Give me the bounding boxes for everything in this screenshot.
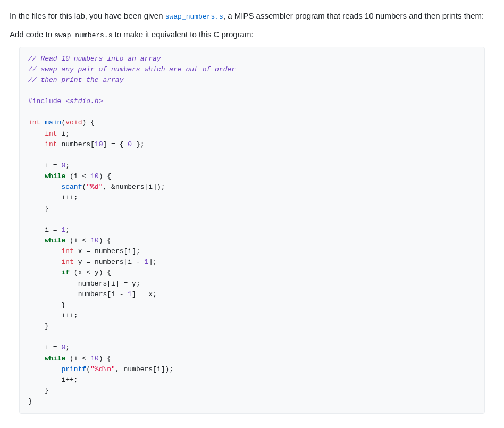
code-op: - <box>136 258 140 266</box>
code-op: = <box>111 140 115 148</box>
code-punct: ; <box>74 194 78 202</box>
code-op: = <box>53 226 57 234</box>
code-punct: ) <box>99 268 103 276</box>
code-ident: numbers <box>123 365 153 373</box>
code-type: void <box>65 119 82 127</box>
code-punct: ; <box>65 226 70 234</box>
code-punct: ] <box>161 365 165 373</box>
code-punct: [ <box>153 365 157 373</box>
code-ident: x <box>78 268 82 276</box>
code-fn-main: main <box>45 119 61 127</box>
code-punct: ; <box>65 162 70 170</box>
code-punct: ; <box>153 290 157 298</box>
code-op: = <box>53 162 57 170</box>
code-op: = <box>140 290 145 298</box>
code-op: = <box>123 280 128 288</box>
code-punct: ] <box>132 247 136 255</box>
code-ident: x <box>78 247 82 255</box>
intro-text: , a MIPS assembler program that reads 10… <box>223 11 484 20</box>
code-punct: { <box>107 355 111 363</box>
code-punct: { <box>107 268 111 276</box>
code-ident: x <box>148 290 153 298</box>
intro-paragraph-2: Add code to swap_numbers.s to make it eq… <box>10 28 494 41</box>
code-ident: i <box>111 290 115 298</box>
code-punct: ( <box>70 237 74 245</box>
code-punct: ] <box>132 290 136 298</box>
code-punct: ; <box>161 183 165 191</box>
code-number: 1 <box>128 290 132 298</box>
code-ident: numbers <box>61 140 90 148</box>
code-punct: ; <box>153 258 157 266</box>
code-ident: y <box>132 280 136 288</box>
code-keyword: if <box>61 268 70 276</box>
code-keyword: while <box>45 355 65 363</box>
code-op: < <box>82 237 86 245</box>
code-op: < <box>86 268 90 276</box>
code-punct: ) <box>99 172 103 180</box>
code-number: 10 <box>90 237 99 245</box>
code-punct: { <box>107 172 111 180</box>
code-ident: i <box>74 355 78 363</box>
code-ident: i <box>128 258 132 266</box>
code-op: ++ <box>65 312 74 320</box>
code-string: "%d\n" <box>90 365 115 373</box>
code-punct: } <box>45 387 49 395</box>
code-punct: ) <box>99 355 103 363</box>
code-punct: ] <box>103 140 107 148</box>
code-number: 10 <box>95 140 103 148</box>
code-punct: ) <box>157 183 161 191</box>
code-ident: i <box>45 226 49 234</box>
c-code-block: // Read 10 numbers into an array // swap… <box>19 47 485 414</box>
code-type: int <box>45 140 57 148</box>
intro-text: Add code to <box>10 30 54 39</box>
code-ident: numbers <box>95 258 124 266</box>
file-inline: swap_numbers.s <box>54 31 112 39</box>
code-punct: ( <box>74 268 78 276</box>
code-op: ++ <box>65 376 74 384</box>
code-comment: // swap any pair of numbers which are ou… <box>28 65 236 73</box>
code-type: int <box>61 247 73 255</box>
code-fn-printf: printf <box>61 365 86 373</box>
code-op: = <box>86 247 90 255</box>
code-punct: ( <box>70 172 74 180</box>
code-keyword: while <box>45 172 65 180</box>
code-ident: i <box>74 237 78 245</box>
code-ident: i <box>45 162 49 170</box>
code-punct: [ <box>90 140 95 148</box>
code-keyword: while <box>45 237 65 245</box>
code-number: 0 <box>128 140 132 148</box>
code-ident: i <box>45 343 49 351</box>
code-op: ++ <box>65 194 74 202</box>
code-number: 10 <box>90 355 99 363</box>
intro-paragraph-1: In the files for this lab, you have been… <box>10 10 494 23</box>
file-link[interactable]: swap_numbers.s <box>165 13 223 21</box>
code-punct: ( <box>86 365 90 373</box>
code-op: - <box>120 290 124 298</box>
code-punct: ; <box>65 343 70 351</box>
code-op: = <box>53 343 57 351</box>
code-punct: ; <box>140 140 145 148</box>
code-type: int <box>61 258 73 266</box>
code-include-target: <stdio.h> <box>65 97 103 105</box>
code-punct: ) <box>82 119 86 127</box>
code-punct: } <box>136 140 140 148</box>
code-punct: { <box>107 237 111 245</box>
code-ident: i <box>148 183 153 191</box>
code-type: int <box>28 119 40 127</box>
intro-text: to make it equivalent to this C program: <box>112 30 253 39</box>
code-fn-scanf: scanf <box>61 183 82 191</box>
code-punct: ; <box>65 130 70 138</box>
code-punct: { <box>90 119 95 127</box>
code-op: & <box>111 183 115 191</box>
code-punct: ; <box>74 312 78 320</box>
code-punct: ; <box>169 365 173 373</box>
code-string: "%d" <box>86 183 103 191</box>
code-ident: i <box>128 247 132 255</box>
code-ident: y <box>78 258 82 266</box>
code-comment: // then print the array <box>28 76 123 84</box>
code-type: int <box>45 130 57 138</box>
code-op: < <box>82 355 86 363</box>
code-op: = <box>86 258 90 266</box>
code-ident: i <box>111 280 115 288</box>
code-ident: numbers <box>115 183 145 191</box>
